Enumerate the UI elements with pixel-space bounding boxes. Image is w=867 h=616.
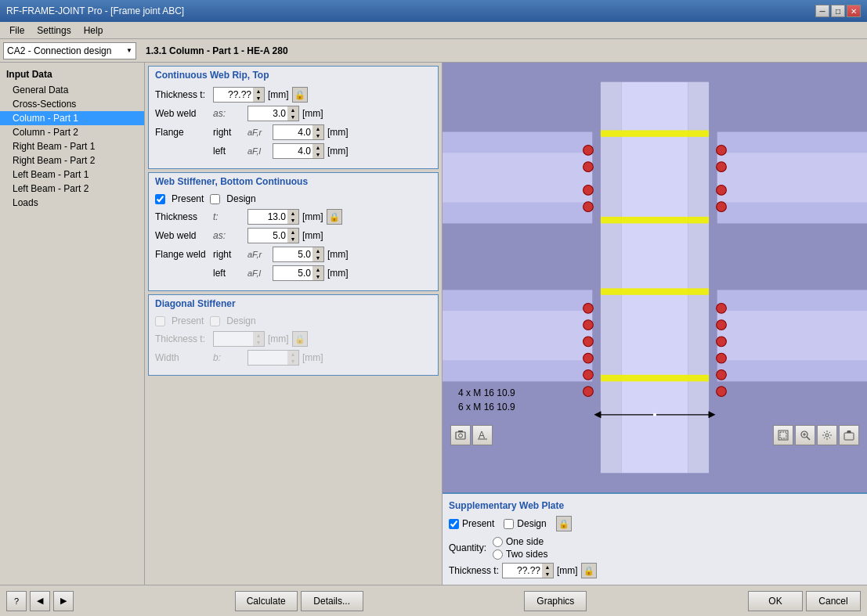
stiffener-web-weld-spinbox[interactable]: ▲ ▼ xyxy=(247,228,299,243)
graphic-btn-text[interactable]: A xyxy=(472,425,493,445)
stiffener-flange-right-input[interactable] xyxy=(273,247,312,261)
thickness-unit: [mm] xyxy=(268,89,289,100)
stiffener-web-weld-spin-up[interactable]: ▲ xyxy=(287,229,298,236)
flange-left-spinbox[interactable]: ▲ ▼ xyxy=(273,143,324,159)
menu-file[interactable]: File xyxy=(3,23,31,38)
connection-design-dropdown[interactable]: CA2 - Connection design ▼ xyxy=(3,42,136,59)
present-checkbox[interactable] xyxy=(155,194,165,204)
stiffener-flange-right-spin-up[interactable]: ▲ xyxy=(312,247,323,254)
graphic-btn-export[interactable] xyxy=(839,425,859,445)
design-checkbox[interactable] xyxy=(210,194,220,204)
menu-settings[interactable]: Settings xyxy=(31,23,77,38)
stiffener-web-weld-input[interactable] xyxy=(248,229,287,243)
supp-thickness-lock-button[interactable]: 🔒 xyxy=(581,563,597,578)
supp-thickness-input[interactable] xyxy=(503,564,542,578)
supp-design-checkbox[interactable] xyxy=(504,519,514,529)
stiffener-flange-right-spinbox[interactable]: ▲ ▼ xyxy=(273,247,324,262)
sidebar-item-column-part2[interactable]: Column - Part 2 xyxy=(0,125,144,139)
maximize-button[interactable]: □ xyxy=(831,5,845,17)
web-rip-top-title: Continuous Web Rip, Top xyxy=(149,67,438,84)
stiffener-thickness-spin-down[interactable]: ▼ xyxy=(287,217,298,224)
diag-thickness-spinbox: ▲ ▼ xyxy=(213,331,265,347)
flange-right-spin-down[interactable]: ▼ xyxy=(312,132,323,139)
supp-thickness-label: Thickness t: xyxy=(449,565,499,576)
stiffener-thickness-input[interactable] xyxy=(248,210,287,224)
flange-left-sub: aF,l xyxy=(247,146,269,156)
graphic-btn-zoom[interactable] xyxy=(795,425,815,445)
sidebar-item-loads[interactable]: Loads xyxy=(0,196,144,210)
window-title: RF-FRAME-JOINT Pro - [Frame joint ABC] xyxy=(6,5,184,16)
flange-left-spin-up[interactable]: ▲ xyxy=(312,144,323,151)
back-button[interactable]: ◀ xyxy=(30,591,50,611)
diag-present-checkbox[interactable] xyxy=(155,316,165,326)
supp-design-label: Design xyxy=(517,518,546,529)
stiffener-flange-left-spin-up[interactable]: ▲ xyxy=(312,266,323,273)
diag-design-checkbox[interactable] xyxy=(210,316,220,326)
content-area: Continuous Web Rip, Top Thickness t: ▲ ▼… xyxy=(145,63,867,585)
sidebar-item-column-part1[interactable]: Column - Part 1 xyxy=(0,111,144,125)
thickness-input[interactable] xyxy=(214,88,253,102)
svg-point-39 xyxy=(717,387,727,397)
sidebar-item-right-beam-part1[interactable]: Right Beam - Part 1 xyxy=(0,139,144,153)
stiffener-web-weld-spin-down[interactable]: ▼ xyxy=(287,236,298,243)
diag-thickness-input xyxy=(214,332,253,346)
graphic-btn-camera[interactable] xyxy=(450,425,471,445)
stiffener-flange-left-spin-down[interactable]: ▼ xyxy=(312,273,323,280)
ok-button[interactable]: OK xyxy=(748,591,803,611)
flange-right-input[interactable] xyxy=(273,125,312,139)
svg-rect-3 xyxy=(443,203,592,224)
sidebar-item-right-beam-part2[interactable]: Right Beam - Part 2 xyxy=(0,153,144,168)
stiffener-thickness-spinbox[interactable]: ▲ ▼ xyxy=(247,209,299,225)
calculate-button[interactable]: Calculate xyxy=(235,591,298,611)
supp-design-lock-button[interactable]: 🔒 xyxy=(556,516,572,531)
graphic-btn-select[interactable] xyxy=(773,425,793,445)
minimize-button[interactable]: ─ xyxy=(815,5,829,17)
flange-left-spin-buttons: ▲ ▼ xyxy=(312,144,323,158)
stiffener-flange-left-sub: aF,l xyxy=(247,268,269,278)
svg-rect-9 xyxy=(443,361,592,382)
supp-thickness-spin-up[interactable]: ▲ xyxy=(542,564,553,571)
thickness-spin-up[interactable]: ▲ xyxy=(253,88,264,95)
stiffener-flange-left-spinbox[interactable]: ▲ ▼ xyxy=(273,265,324,281)
form-panel: Continuous Web Rip, Top Thickness t: ▲ ▼… xyxy=(145,63,443,585)
sidebar-item-general-data[interactable]: General Data xyxy=(0,83,144,97)
web-weld-input[interactable] xyxy=(248,106,287,121)
flange-left-spin-down[interactable]: ▼ xyxy=(312,151,323,158)
details-button[interactable]: Details... xyxy=(301,591,363,611)
thickness-spin-down[interactable]: ▼ xyxy=(253,95,264,102)
supp-thickness-unit: [mm] xyxy=(557,565,578,576)
stiffener-flange-right-spin-down[interactable]: ▼ xyxy=(312,254,323,261)
web-weld-spin-down[interactable]: ▼ xyxy=(287,113,298,121)
flange-right-label: right xyxy=(213,127,244,138)
web-weld-as-label: as: xyxy=(213,108,244,119)
sidebar-item-left-beam-part2[interactable]: Left Beam - Part 2 xyxy=(0,182,144,196)
thickness-lock-button[interactable]: 🔒 xyxy=(292,87,308,103)
thickness-spinbox[interactable]: ▲ ▼ xyxy=(213,87,265,103)
cancel-button[interactable]: Cancel xyxy=(806,591,861,611)
supp-thickness-spinbox[interactable]: ▲ ▼ xyxy=(502,563,554,578)
web-stiffener-section: Web Stiffener, Bottom Continuous Present… xyxy=(148,172,439,291)
help-button[interactable]: ? xyxy=(6,591,27,611)
flange-right-spinbox[interactable]: ▲ ▼ xyxy=(273,124,324,140)
diag-width-row: Width b: ▲ ▼ [mm] xyxy=(155,350,432,366)
supp-thickness-spin-down[interactable]: ▼ xyxy=(542,571,553,578)
svg-rect-58 xyxy=(844,433,854,440)
sidebar-item-cross-sections[interactable]: Cross-Sections xyxy=(0,97,144,111)
stiffener-thickness-lock-button[interactable]: 🔒 xyxy=(327,209,342,225)
graphic-btn-settings[interactable] xyxy=(817,425,837,445)
graphics-button[interactable]: Graphics xyxy=(524,591,587,611)
stiffener-thickness-spin-up[interactable]: ▲ xyxy=(287,210,298,217)
forward-button[interactable]: ▶ xyxy=(53,591,74,611)
supp-present-checkbox[interactable] xyxy=(449,519,459,529)
close-button[interactable]: ✕ xyxy=(847,5,861,17)
sidebar-item-left-beam-part1[interactable]: Left Beam - Part 1 xyxy=(0,168,144,182)
menu-help[interactable]: Help xyxy=(78,23,110,38)
diagonal-stiffener-checkboxes: Present Design xyxy=(155,315,432,326)
flange-right-spin-up[interactable]: ▲ xyxy=(312,125,323,132)
web-weld-spin-up[interactable]: ▲ xyxy=(287,106,298,113)
supp-one-side-radio[interactable] xyxy=(493,537,503,547)
supp-two-sides-radio[interactable] xyxy=(493,549,503,560)
web-weld-spinbox[interactable]: ▲ ▼ xyxy=(247,106,299,121)
flange-left-input[interactable] xyxy=(273,144,312,158)
stiffener-flange-left-input[interactable] xyxy=(273,266,312,280)
